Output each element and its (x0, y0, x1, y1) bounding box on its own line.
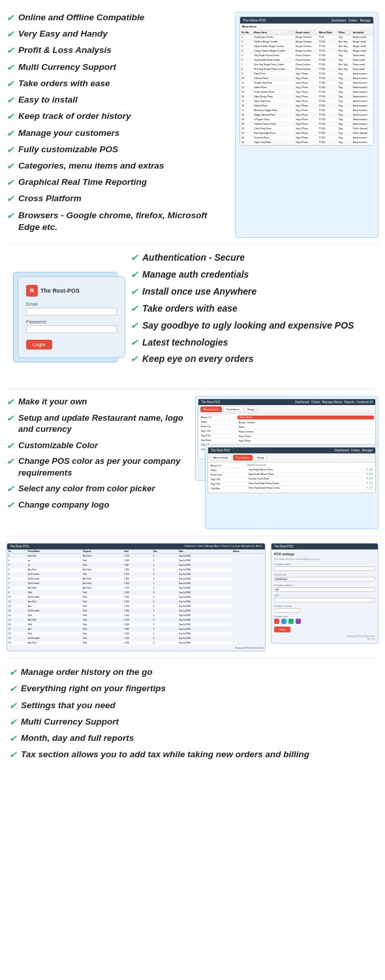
menu-items-screenshot: The Rest-POS DashboardOrdersManage Menu … (235, 12, 378, 238)
pos-screenshots-stack: The Rest-POS DashboardOrdersManage Menus… (195, 396, 378, 529)
feature-text: Take orders with ease (18, 78, 110, 90)
check-icon: ✔ (9, 667, 17, 678)
section3-color-features: ✔Make it your own✔Setup and update Resta… (0, 389, 385, 536)
feature-text: Month, day and full reports (21, 732, 134, 744)
table-row: 16Deluxe PizzaVeg 1 Pizza₹ 190VegHand-to… (240, 104, 373, 108)
auth-feature-item: ✔Manage auth credentials (131, 269, 378, 281)
table-row: 6Not ProvidedAxis Paid₹ 3000Sep-Jul-2018 (7, 577, 265, 581)
table-row: 4Axis PaidAxis Paid₹ 2000Sep-Jul-2018 (7, 568, 265, 572)
feature-text: Install once use Anywhere (142, 286, 256, 298)
table-row: 20Axis PaidPaid₹ 2004Sep-Jul-2018 (7, 641, 265, 645)
table-row: 8Non-Veg Double Pizza ComboPizza Combos₹… (240, 67, 373, 72)
company-address-input[interactable]: 000 (274, 587, 375, 592)
table-row: 6Veg Double Pizza ComboPizza Combos₹ 160… (240, 58, 373, 63)
feature-item: ✔Easy to install (7, 94, 228, 106)
feature-item: ✔Fully customizable POS (7, 144, 228, 155)
check-icon: ✔ (9, 683, 17, 694)
feature-item: ✔Cross Platform (7, 193, 228, 204)
check-icon: ✔ (7, 78, 14, 89)
color-feature-item: ✔Customizable Color (7, 440, 190, 451)
check-icon: ✔ (7, 144, 14, 155)
settings-save-button[interactable]: Save (274, 627, 290, 632)
check-icon: ✔ (7, 45, 14, 56)
feature-item: ✔Online and Offline Compatible (7, 12, 228, 24)
check-icon: ✔ (7, 397, 14, 407)
email-label: Email (26, 302, 117, 306)
password-input-mock[interactable] (26, 325, 117, 333)
check-icon: ✔ (131, 320, 138, 331)
check-icon: ✔ (7, 29, 14, 39)
feature-text: Keep track of order history (18, 110, 131, 122)
table-row: 12AxisPaid₹ 1200Sep-Jul-2018 (7, 604, 265, 609)
section1-features-screenshot: ✔Online and Offline Compatible✔Very Easy… (0, 0, 385, 244)
check-icon: ✔ (7, 193, 14, 204)
table-row: 18Veggie Special PizzaVeg 4 Pizza₹ 160Ve… (240, 113, 373, 118)
table-row: 14Spicy Tango PizzaVeg 2 Pizza₹ 130VegHa… (240, 95, 373, 99)
feature-text: Latest technologies (142, 336, 228, 349)
table-row: 21Chef's Veg PizzaVeg 4 Pizza₹ 210VegChe… (240, 127, 373, 131)
table-row: 2Chicken Burger ComboBurger Combos₹ 100N… (240, 40, 373, 44)
check-icon: ✔ (9, 700, 17, 711)
feature-text: Categories, menu items and extras (18, 160, 164, 172)
auth-feature-item: ✔Keep eye on every orders (131, 353, 378, 365)
color-feature-item: ✔Make it your own (7, 396, 190, 408)
table-row: 8Axis PaidAxis Paid₹ 1204Sep-Jul-2018 (7, 586, 265, 591)
feature-text: Settings that you need (21, 700, 116, 711)
check-icon: ✔ (131, 269, 138, 280)
auth-feature-item: ✔Latest technologies (131, 336, 378, 349)
check-icon: ✔ (9, 733, 17, 743)
table-row: 18PaidPaid₹ 1400Sep-Jul-2018 (7, 632, 265, 636)
login-logo-text: The Rest-POS (40, 287, 80, 294)
table-row: 3asPaid₹ 2874Sep-Jul-2018 (7, 563, 265, 568)
bottom-feature-item: ✔Everything right on your fingertips (9, 683, 376, 694)
table-row: 14PaidPaid₹ 1400Sep-Jul-2018 (7, 613, 265, 618)
color-feature-item: ✔Change POS color as per your company re… (7, 455, 190, 478)
color-feature-item: ✔Setup and update Restaurant name, logo … (7, 412, 190, 435)
feature-item: ✔Keep track of order history (7, 110, 228, 122)
currency-select[interactable] (274, 608, 300, 613)
check-icon: ✔ (131, 353, 138, 364)
section2-auth-features: R The Rest-POS Email Password Login ✔Aut… (0, 245, 385, 389)
feature-item: ✔Categories, menu items and extras (7, 160, 228, 172)
gst-input[interactable] (274, 598, 375, 602)
feature-text: Manage order history on the go (21, 666, 153, 678)
company-name-input[interactable] (274, 566, 375, 571)
feature-text: Multi Currency Support (18, 61, 116, 73)
table-row: 15Axis PaidPaid₹ 1204Sep-Jul-2018 (7, 618, 265, 623)
bottom-feature-item: ✔Month, day and full reports (9, 732, 376, 744)
table-row: 2asPaid₹ 2000Sep-Jul-2018 (7, 559, 265, 563)
settings-title: POS settings (274, 552, 375, 556)
bottom-feature-item: ✔Multi Currency Support (9, 716, 376, 728)
feature-text: Browsers - Google chrome, firefox, Micro… (18, 210, 228, 233)
feature-item: ✔Profit & Loss Analysis (7, 44, 228, 56)
table-row: 7Non-Veg Single Pizza ComboPizza Combos₹… (240, 63, 373, 67)
auth-feature-item: ✔Install once use Anywhere (131, 286, 378, 298)
check-icon: ✔ (9, 717, 17, 727)
login-button[interactable]: Login (26, 340, 52, 350)
settings-subtitle: Note: Below information will be displaye… (274, 558, 375, 561)
check-icon: ✔ (7, 62, 14, 73)
check-icon: ✔ (131, 252, 138, 263)
feature-text: Multi Currency Support (21, 716, 119, 728)
table-row: 15Spicy Veg PizzaVeg 1 Pizza₹ 140VegHand… (240, 99, 373, 104)
feature-text: Manage your customers (18, 127, 119, 139)
feature-item: ✔Graphical Real Time Reporting (7, 176, 228, 188)
check-icon: ✔ (7, 95, 14, 105)
color-feature-item: ✔Change company logo (7, 499, 190, 511)
table-row: 1Veg Burger ComboBurger Combos₹ 90VegBur… (240, 35, 373, 40)
contact-info-input[interactable]: 00000000000 (274, 577, 375, 581)
bottom-feature-item: ✔Tax section allows you to add tax while… (9, 749, 376, 760)
email-input-mock[interactable] (26, 308, 117, 316)
feature-text: Say goodbye to ugly looking and expensiv… (142, 319, 354, 332)
bottom-feature-item: ✔Settings that you need (9, 700, 376, 711)
password-label: Password (26, 319, 117, 324)
table-row: 20Cheese Paneer PizzaVeg 4 Pizza₹ 210Veg… (240, 122, 373, 127)
feature-text: Online and Offline Compatible (18, 12, 144, 24)
feature-item: ✔Manage your customers (7, 127, 228, 139)
table-row: 7Not ProvidedAxis Paid₹ 3000Sep-Jul-2018 (7, 581, 265, 586)
check-icon: ✔ (7, 413, 14, 423)
check-icon: ✔ (131, 337, 138, 348)
orders-table-wrap: The Rest-POS DashboardOrdersManage MenuR… (7, 543, 266, 651)
settings-app-name: The Rest-POS (274, 545, 293, 548)
pos-settings-wrap: The Rest-POS POS settings Note: Below in… (271, 543, 378, 644)
